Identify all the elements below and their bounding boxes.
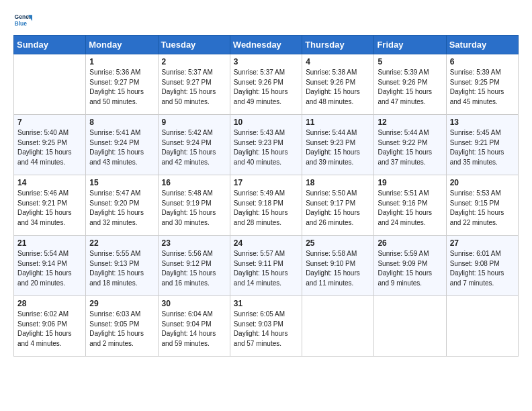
calendar-cell: 5Sunrise: 5:39 AM Sunset: 9:26 PM Daylig… [374,54,446,115]
cell-text: Sunrise: 6:04 AM Sunset: 9:04 PM Dayligh… [162,310,226,349]
calendar-cell: 6Sunrise: 5:39 AM Sunset: 9:25 PM Daylig… [446,54,518,115]
weekday-header-sunday: Sunday [14,36,86,54]
calendar-cell: 2Sunrise: 5:37 AM Sunset: 9:27 PM Daylig… [158,54,230,115]
week-row-3: 14Sunrise: 5:46 AM Sunset: 9:21 PM Dayli… [14,175,519,236]
cell-text: Sunrise: 5:42 AM Sunset: 9:24 PM Dayligh… [162,128,226,167]
cell-text: Sunrise: 5:44 AM Sunset: 9:22 PM Dayligh… [378,128,442,167]
calendar-cell: 8Sunrise: 5:41 AM Sunset: 9:24 PM Daylig… [86,115,158,175]
calendar-cell: 31Sunrise: 6:05 AM Sunset: 9:03 PM Dayli… [230,296,302,357]
day-number: 16 [162,178,226,187]
day-number: 4 [306,57,370,66]
day-number: 6 [450,57,515,66]
weekday-header-tuesday: Tuesday [158,36,230,54]
logo: General Blue [13,11,34,30]
day-number: 22 [89,238,154,248]
cell-text: Sunrise: 5:51 AM Sunset: 9:16 PM Dayligh… [378,189,442,228]
day-number: 7 [17,118,82,127]
weekday-header-wednesday: Wednesday [230,36,302,54]
calendar-cell: 21Sunrise: 5:54 AM Sunset: 9:14 PM Dayli… [14,236,86,296]
calendar-cell [446,296,518,357]
cell-text: Sunrise: 5:55 AM Sunset: 9:13 PM Dayligh… [89,249,154,288]
cell-text: Sunrise: 5:57 AM Sunset: 9:11 PM Dayligh… [234,249,298,288]
day-number: 14 [17,178,82,187]
calendar-cell: 13Sunrise: 5:45 AM Sunset: 9:21 PM Dayli… [446,115,518,175]
cell-text: Sunrise: 5:37 AM Sunset: 9:27 PM Dayligh… [162,68,226,107]
day-number: 24 [234,238,298,248]
calendar-cell [14,54,86,115]
cell-text: Sunrise: 6:05 AM Sunset: 9:03 PM Dayligh… [234,310,298,349]
day-number: 26 [378,238,442,248]
calendar-cell: 1Sunrise: 5:36 AM Sunset: 9:27 PM Daylig… [86,54,158,115]
cell-text: Sunrise: 5:39 AM Sunset: 9:25 PM Dayligh… [450,68,515,107]
calendar-cell: 24Sunrise: 5:57 AM Sunset: 9:11 PM Dayli… [230,236,302,296]
day-number: 18 [306,178,370,187]
cell-text: Sunrise: 5:58 AM Sunset: 9:10 PM Dayligh… [306,249,370,288]
day-number: 1 [89,57,154,66]
cell-text: Sunrise: 5:50 AM Sunset: 9:17 PM Dayligh… [306,189,370,228]
day-number: 29 [89,299,154,308]
cell-text: Sunrise: 5:41 AM Sunset: 9:24 PM Dayligh… [89,128,154,167]
cell-text: Sunrise: 5:59 AM Sunset: 9:09 PM Dayligh… [378,249,442,288]
cell-text: Sunrise: 5:48 AM Sunset: 9:19 PM Dayligh… [162,189,226,228]
cell-text: Sunrise: 5:47 AM Sunset: 9:20 PM Dayligh… [89,189,154,228]
calendar-cell: 14Sunrise: 5:46 AM Sunset: 9:21 PM Dayli… [14,175,86,236]
cell-text: Sunrise: 5:46 AM Sunset: 9:21 PM Dayligh… [17,189,82,228]
calendar-cell: 27Sunrise: 6:01 AM Sunset: 9:08 PM Dayli… [446,236,518,296]
weekday-header-row: SundayMondayTuesdayWednesdayThursdayFrid… [14,36,519,54]
cell-text: Sunrise: 5:36 AM Sunset: 9:27 PM Dayligh… [89,68,154,107]
day-number: 21 [17,238,82,248]
week-row-5: 28Sunrise: 6:02 AM Sunset: 9:06 PM Dayli… [14,296,519,357]
logo-icon: General Blue [13,11,32,30]
day-number: 23 [162,238,226,248]
calendar-cell: 18Sunrise: 5:50 AM Sunset: 9:17 PM Dayli… [302,175,374,236]
day-number: 10 [234,118,298,127]
calendar-cell: 25Sunrise: 5:58 AM Sunset: 9:10 PM Dayli… [302,236,374,296]
calendar-cell: 7Sunrise: 5:40 AM Sunset: 9:25 PM Daylig… [14,115,86,175]
day-number: 19 [378,178,442,187]
calendar-table: SundayMondayTuesdayWednesdayThursdayFrid… [13,35,519,357]
cell-text: Sunrise: 5:49 AM Sunset: 9:18 PM Dayligh… [234,189,298,228]
header: General Blue [13,11,519,30]
day-number: 12 [378,118,442,127]
calendar-cell: 23Sunrise: 5:56 AM Sunset: 9:12 PM Dayli… [158,236,230,296]
day-number: 20 [450,178,515,187]
calendar-cell: 12Sunrise: 5:44 AM Sunset: 9:22 PM Dayli… [374,115,446,175]
calendar-cell: 9Sunrise: 5:42 AM Sunset: 9:24 PM Daylig… [158,115,230,175]
day-number: 17 [234,178,298,187]
calendar-cell [302,296,374,357]
weekday-header-monday: Monday [86,36,158,54]
week-row-1: 1Sunrise: 5:36 AM Sunset: 9:27 PM Daylig… [14,54,519,115]
calendar-cell: 26Sunrise: 5:59 AM Sunset: 9:09 PM Dayli… [374,236,446,296]
cell-text: Sunrise: 5:38 AM Sunset: 9:26 PM Dayligh… [306,68,370,107]
day-number: 31 [234,299,298,308]
day-number: 15 [89,178,154,187]
weekday-header-thursday: Thursday [302,36,374,54]
day-number: 13 [450,118,515,127]
cell-text: Sunrise: 5:39 AM Sunset: 9:26 PM Dayligh… [378,68,442,107]
svg-text:Blue: Blue [15,20,28,27]
day-number: 5 [378,57,442,66]
calendar-cell [374,296,446,357]
cell-text: Sunrise: 5:56 AM Sunset: 9:12 PM Dayligh… [162,249,226,288]
cell-text: Sunrise: 6:03 AM Sunset: 9:05 PM Dayligh… [89,310,154,349]
day-number: 8 [89,118,154,127]
calendar-cell: 17Sunrise: 5:49 AM Sunset: 9:18 PM Dayli… [230,175,302,236]
calendar-cell: 3Sunrise: 5:37 AM Sunset: 9:26 PM Daylig… [230,54,302,115]
cell-text: Sunrise: 5:45 AM Sunset: 9:21 PM Dayligh… [450,128,515,167]
cell-text: Sunrise: 5:43 AM Sunset: 9:23 PM Dayligh… [234,128,298,167]
calendar-cell: 15Sunrise: 5:47 AM Sunset: 9:20 PM Dayli… [86,175,158,236]
cell-text: Sunrise: 5:44 AM Sunset: 9:23 PM Dayligh… [306,128,370,167]
calendar-cell: 16Sunrise: 5:48 AM Sunset: 9:19 PM Dayli… [158,175,230,236]
day-number: 30 [162,299,226,308]
cell-text: Sunrise: 6:01 AM Sunset: 9:08 PM Dayligh… [450,249,515,288]
calendar-cell: 20Sunrise: 5:53 AM Sunset: 9:15 PM Dayli… [446,175,518,236]
day-number: 9 [162,118,226,127]
calendar-cell: 29Sunrise: 6:03 AM Sunset: 9:05 PM Dayli… [86,296,158,357]
day-number: 2 [162,57,226,66]
cell-text: Sunrise: 5:37 AM Sunset: 9:26 PM Dayligh… [234,68,298,107]
day-number: 27 [450,238,515,248]
weekday-header-friday: Friday [374,36,446,54]
week-row-4: 21Sunrise: 5:54 AM Sunset: 9:14 PM Dayli… [14,236,519,296]
calendar-cell: 10Sunrise: 5:43 AM Sunset: 9:23 PM Dayli… [230,115,302,175]
calendar-cell: 19Sunrise: 5:51 AM Sunset: 9:16 PM Dayli… [374,175,446,236]
